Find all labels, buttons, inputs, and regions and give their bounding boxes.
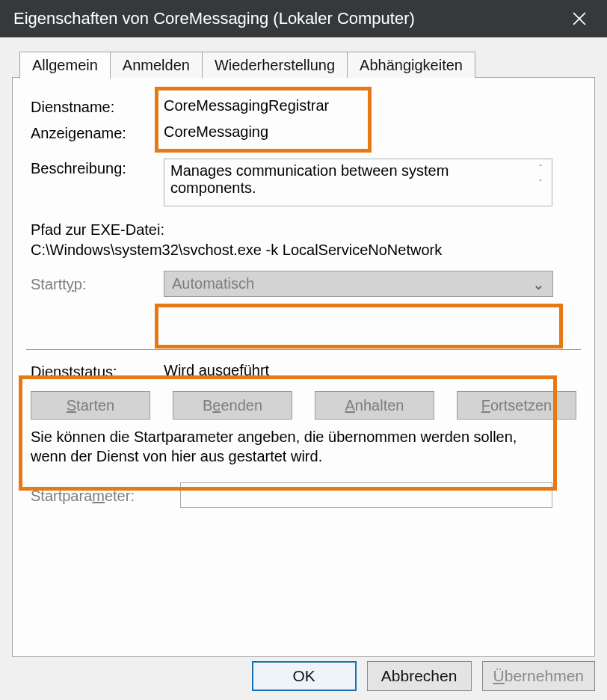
description-label: Beschreibung: xyxy=(31,159,164,177)
exe-path-block: Pfad zur EXE-Datei: C:\Windows\system32\… xyxy=(31,220,576,260)
resume-button[interactable]: Fortsetzen xyxy=(457,391,576,420)
highlight-starttype-box xyxy=(155,304,563,349)
chevron-down-icon: ˇ xyxy=(539,179,542,189)
start-type-dropdown[interactable]: Automatisch ⌄ xyxy=(164,271,553,297)
dialog-footer: OK Abbrechen Übernehmen xyxy=(252,661,595,691)
service-name-label: Dienstname: xyxy=(31,97,164,116)
start-params-input[interactable] xyxy=(180,482,552,508)
chevron-up-icon: ˆ xyxy=(539,164,542,174)
cancel-button[interactable]: Abbrechen xyxy=(367,661,472,691)
row-start-params: Startparameter: xyxy=(31,482,576,508)
row-service-name: Dienstname: CoreMessagingRegistrar xyxy=(31,97,576,116)
tab-logon[interactable]: Anmelden xyxy=(110,52,203,78)
start-button[interactable]: Starten xyxy=(31,391,150,420)
dialog-body: Allgemein Anmelden Wiederherstellung Abh… xyxy=(0,37,607,700)
tab-recovery[interactable]: Wiederherstellung xyxy=(202,52,348,78)
apply-button[interactable]: Übernehmen xyxy=(482,661,595,691)
close-button[interactable] xyxy=(562,1,597,36)
description-text: Manages communication between system com… xyxy=(170,162,514,197)
tab-panel-general: Dienstname: CoreMessagingRegistrar Anzei… xyxy=(12,77,595,657)
display-name-label: Anzeigename: xyxy=(31,123,164,142)
tab-dependencies[interactable]: Abhängigkeiten xyxy=(347,52,475,78)
close-icon xyxy=(573,12,586,25)
stop-button[interactable]: Beenden xyxy=(173,391,292,420)
pause-button[interactable]: Anhalten xyxy=(315,391,434,420)
start-type-value: Automatisch xyxy=(172,275,254,292)
titlebar: Eigenschaften von CoreMessaging (Lokaler… xyxy=(0,0,607,37)
tab-row: Allgemein Anmelden Wiederherstellung Abh… xyxy=(19,51,595,78)
exe-path-label: Pfad zur EXE-Datei: xyxy=(31,220,576,240)
row-service-status: Dienststatus: Wird ausgeführt xyxy=(31,362,576,381)
tab-general[interactable]: Allgemein xyxy=(19,52,111,79)
window-title: Eigenschaften von CoreMessaging (Lokaler… xyxy=(13,9,415,28)
description-scroll[interactable]: ˆ ˇ xyxy=(534,164,547,189)
start-type-label: Starttyp: xyxy=(31,274,164,293)
chevron-down-icon: ⌄ xyxy=(532,275,545,293)
description-box[interactable]: Manages communication between system com… xyxy=(164,159,552,206)
separator xyxy=(26,349,581,350)
start-params-note: Sie können die Startparameter angeben, d… xyxy=(31,427,554,466)
service-button-row: Starten Beenden Anhalten Fortsetzen xyxy=(31,391,576,420)
service-name-value: CoreMessagingRegistrar xyxy=(164,97,576,114)
row-description: Beschreibung: Manages communication betw… xyxy=(31,159,576,206)
service-status-label: Dienststatus: xyxy=(31,362,164,381)
display-name-value: CoreMessaging xyxy=(164,123,576,141)
row-start-type: Starttyp: Automatisch ⌄ xyxy=(31,271,576,297)
ok-button[interactable]: OK xyxy=(252,661,357,691)
row-display-name: Anzeigename: CoreMessaging xyxy=(31,123,576,142)
exe-path-value: C:\Windows\system32\svchost.exe -k Local… xyxy=(31,240,576,260)
start-params-label: Startparameter: xyxy=(31,486,180,505)
service-status-value: Wird ausgeführt xyxy=(164,362,576,379)
